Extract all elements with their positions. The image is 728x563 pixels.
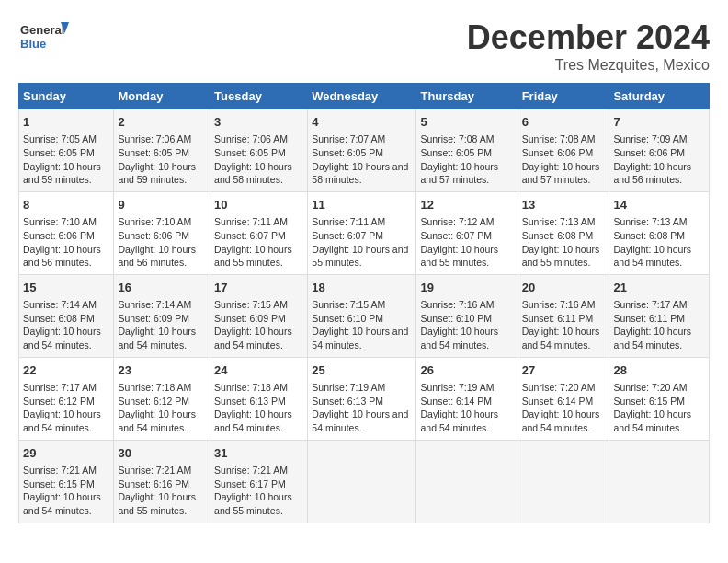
- day-number: 18: [312, 280, 412, 296]
- table-row: 16Sunrise: 7:14 AMSunset: 6:09 PMDayligh…: [114, 274, 210, 357]
- day-number: 7: [613, 114, 705, 131]
- sunrise-text: Sunrise: 7:06 AM: [214, 133, 288, 144]
- day-number: 27: [522, 362, 606, 379]
- sunrise-text: Sunrise: 7:08 AM: [420, 133, 494, 144]
- table-row: 27Sunrise: 7:20 AMSunset: 6:14 PMDayligh…: [518, 357, 609, 440]
- daylight-text: Daylight: 10 hours and 56 minutes.: [23, 244, 101, 269]
- sunrise-text: Sunrise: 7:08 AM: [522, 133, 596, 144]
- sunrise-text: Sunrise: 7:10 AM: [118, 216, 191, 227]
- day-number: 29: [23, 445, 109, 462]
- col-wednesday: Wednesday: [308, 84, 416, 109]
- sunset-text: Sunset: 6:07 PM: [312, 230, 383, 241]
- sunrise-text: Sunrise: 7:15 AM: [312, 299, 385, 310]
- sunrise-text: Sunrise: 7:14 AM: [23, 299, 97, 310]
- daylight-text: Daylight: 10 hours and 55 minutes.: [118, 491, 196, 516]
- sunrise-text: Sunrise: 7:16 AM: [522, 299, 596, 310]
- svg-text:General: General: [20, 23, 64, 37]
- daylight-text: Daylight: 10 hours and 54 minutes.: [522, 408, 600, 433]
- col-sunday: Sunday: [19, 84, 114, 109]
- table-row: 19Sunrise: 7:16 AMSunset: 6:10 PMDayligh…: [416, 274, 518, 357]
- table-row: 6Sunrise: 7:08 AMSunset: 6:06 PMDaylight…: [518, 109, 609, 192]
- sunrise-text: Sunrise: 7:11 AM: [312, 216, 385, 227]
- sunrise-text: Sunrise: 7:13 AM: [522, 216, 596, 227]
- day-number: 5: [420, 114, 513, 131]
- sunrise-text: Sunrise: 7:20 AM: [613, 382, 687, 393]
- table-row: 7Sunrise: 7:09 AMSunset: 6:06 PMDaylight…: [609, 109, 710, 192]
- daylight-text: Daylight: 10 hours and 54 minutes.: [522, 326, 600, 350]
- subtitle: Tres Mezquites, Mexico: [467, 57, 710, 74]
- daylight-text: Daylight: 10 hours and 54 minutes.: [118, 408, 196, 433]
- day-number: 30: [118, 445, 206, 462]
- table-row: 29Sunrise: 7:21 AMSunset: 6:15 PMDayligh…: [19, 440, 114, 523]
- table-row: 23Sunrise: 7:18 AMSunset: 6:12 PMDayligh…: [114, 357, 210, 440]
- table-row: 2Sunrise: 7:06 AMSunset: 6:05 PMDaylight…: [114, 109, 210, 192]
- sunset-text: Sunset: 6:05 PM: [312, 147, 383, 158]
- col-tuesday: Tuesday: [210, 84, 308, 109]
- daylight-text: Daylight: 10 hours and 59 minutes.: [118, 161, 196, 186]
- day-number: 6: [522, 114, 606, 131]
- table-row: 3Sunrise: 7:06 AMSunset: 6:05 PMDaylight…: [210, 109, 308, 192]
- table-row: 11Sunrise: 7:11 AMSunset: 6:07 PMDayligh…: [308, 191, 416, 274]
- table-row: 26Sunrise: 7:19 AMSunset: 6:14 PMDayligh…: [416, 357, 518, 440]
- table-row: 5Sunrise: 7:08 AMSunset: 6:05 PMDaylight…: [416, 109, 518, 192]
- daylight-text: Daylight: 10 hours and 54 minutes.: [420, 326, 498, 350]
- calendar-week-2: 15Sunrise: 7:14 AMSunset: 6:08 PMDayligh…: [19, 274, 710, 357]
- sunrise-text: Sunrise: 7:13 AM: [613, 216, 687, 227]
- table-row: 4Sunrise: 7:07 AMSunset: 6:05 PMDaylight…: [308, 109, 416, 192]
- svg-text:Blue: Blue: [20, 37, 46, 51]
- daylight-text: Daylight: 10 hours and 54 minutes.: [312, 408, 408, 433]
- daylight-text: Daylight: 10 hours and 57 minutes.: [522, 161, 600, 186]
- daylight-text: Daylight: 10 hours and 54 minutes.: [214, 408, 292, 433]
- sunset-text: Sunset: 6:06 PM: [613, 147, 685, 158]
- daylight-text: Daylight: 10 hours and 55 minutes.: [312, 244, 408, 269]
- sunrise-text: Sunrise: 7:06 AM: [118, 133, 191, 144]
- header: General Blue December 2024 Tres Mezquite…: [18, 18, 710, 74]
- sunrise-text: Sunrise: 7:16 AM: [420, 299, 494, 310]
- daylight-text: Daylight: 10 hours and 54 minutes.: [613, 408, 691, 433]
- daylight-text: Daylight: 10 hours and 54 minutes.: [118, 326, 196, 350]
- day-number: 13: [522, 197, 606, 213]
- day-number: 2: [118, 114, 206, 131]
- table-row: 25Sunrise: 7:19 AMSunset: 6:13 PMDayligh…: [308, 357, 416, 440]
- table-row: 18Sunrise: 7:15 AMSunset: 6:10 PMDayligh…: [308, 274, 416, 357]
- col-friday: Friday: [518, 84, 609, 109]
- day-number: 14: [613, 197, 705, 213]
- sunset-text: Sunset: 6:07 PM: [420, 230, 492, 241]
- table-row: 24Sunrise: 7:18 AMSunset: 6:13 PMDayligh…: [210, 357, 308, 440]
- day-number: 28: [613, 362, 705, 379]
- day-number: 15: [23, 280, 109, 296]
- sunset-text: Sunset: 6:15 PM: [613, 396, 685, 407]
- header-row: Sunday Monday Tuesday Wednesday Thursday…: [19, 84, 710, 109]
- table-row: [609, 440, 710, 523]
- daylight-text: Daylight: 10 hours and 54 minutes.: [420, 408, 498, 433]
- table-row: 31Sunrise: 7:21 AMSunset: 6:17 PMDayligh…: [210, 440, 308, 523]
- sunrise-text: Sunrise: 7:20 AM: [522, 382, 596, 393]
- sunrise-text: Sunrise: 7:15 AM: [214, 299, 288, 310]
- day-number: 20: [522, 280, 606, 296]
- sunset-text: Sunset: 6:11 PM: [522, 313, 594, 324]
- sunrise-text: Sunrise: 7:12 AM: [420, 216, 494, 227]
- daylight-text: Daylight: 10 hours and 54 minutes.: [23, 491, 101, 516]
- sunset-text: Sunset: 6:05 PM: [118, 147, 189, 158]
- daylight-text: Daylight: 10 hours and 54 minutes.: [312, 326, 408, 350]
- day-number: 10: [214, 197, 303, 213]
- day-number: 17: [214, 280, 303, 296]
- sunrise-text: Sunrise: 7:21 AM: [118, 465, 191, 476]
- calendar-week-3: 22Sunrise: 7:17 AMSunset: 6:12 PMDayligh…: [19, 357, 710, 440]
- daylight-text: Daylight: 10 hours and 56 minutes.: [118, 244, 196, 269]
- daylight-text: Daylight: 10 hours and 54 minutes.: [23, 408, 101, 433]
- daylight-text: Daylight: 10 hours and 59 minutes.: [23, 161, 101, 186]
- sunrise-text: Sunrise: 7:17 AM: [613, 299, 687, 310]
- col-monday: Monday: [114, 84, 210, 109]
- sunset-text: Sunset: 6:12 PM: [23, 396, 95, 407]
- sunset-text: Sunset: 6:14 PM: [522, 396, 594, 407]
- logo-svg: General Blue: [18, 18, 69, 55]
- table-row: 12Sunrise: 7:12 AMSunset: 6:07 PMDayligh…: [416, 191, 518, 274]
- table-row: 1Sunrise: 7:05 AMSunset: 6:05 PMDaylight…: [19, 109, 114, 192]
- table-row: 14Sunrise: 7:13 AMSunset: 6:08 PMDayligh…: [609, 191, 710, 274]
- day-number: 9: [118, 197, 206, 213]
- daylight-text: Daylight: 10 hours and 55 minutes.: [214, 244, 292, 269]
- sunset-text: Sunset: 6:10 PM: [312, 313, 383, 324]
- col-thursday: Thursday: [416, 84, 518, 109]
- table-row: [416, 440, 518, 523]
